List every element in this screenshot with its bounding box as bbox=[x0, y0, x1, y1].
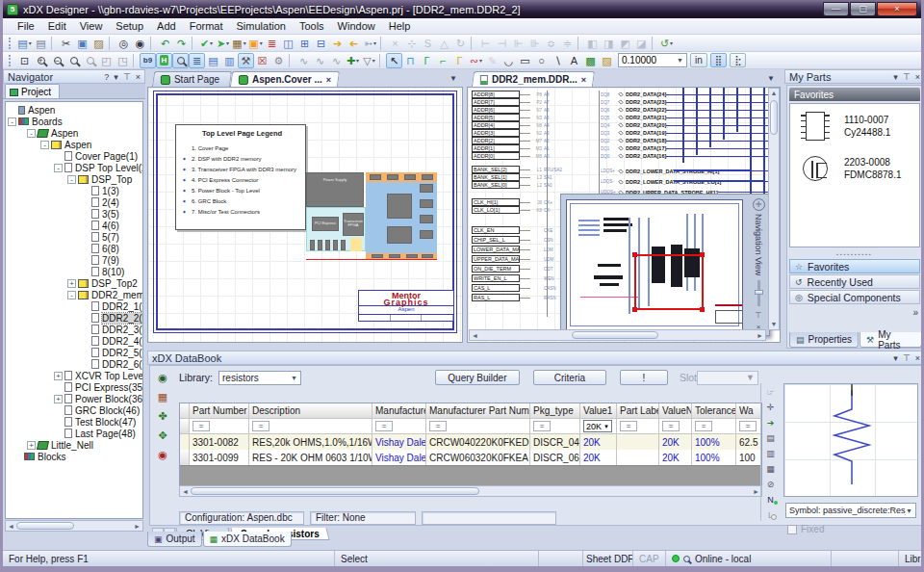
pan-next-icon[interactable]: ◳ bbox=[115, 53, 131, 68]
db-verify-icon[interactable]: ◉ bbox=[158, 449, 167, 461]
net-row[interactable]: ADDR[6] N7 A6 bbox=[472, 106, 579, 114]
db-place-symbol-icon[interactable]: ✥ bbox=[158, 429, 167, 442]
net-row[interactable]: BANK_SEL[1] L3 SA1 bbox=[472, 173, 579, 181]
column-header[interactable]: Pkg_type bbox=[530, 403, 580, 419]
toolbar-icon[interactable] bbox=[289, 54, 294, 67]
slot-select[interactable]: ▼ bbox=[697, 371, 758, 385]
scroll-right-icon[interactable]: ► bbox=[132, 523, 142, 530]
tree-item[interactable]: - DSP_Top bbox=[6, 173, 142, 185]
delete-icon[interactable]: × bbox=[387, 36, 403, 51]
pin-icon[interactable]: ⊤ bbox=[903, 72, 911, 82]
document-tab[interactable]: DDR2_mem.DDR... × bbox=[472, 71, 595, 87]
menu-item[interactable]: View bbox=[73, 19, 110, 33]
criteria-button[interactable]: Criteria bbox=[533, 370, 606, 385]
chevron-down-icon[interactable]: ▾ bbox=[114, 72, 118, 82]
sheet-icon[interactable]: ▤ bbox=[205, 53, 221, 68]
pane-hscrollbar[interactable]: ◄ ► bbox=[469, 329, 766, 341]
pane-vscrollbar[interactable]: ▲ ▼ bbox=[768, 88, 780, 330]
column-header[interactable]: Manufacturer bbox=[372, 403, 426, 419]
net-row[interactable]: BANK_SEL[0] L2 SA0 bbox=[472, 181, 579, 189]
table-row[interactable]: 3301-0099RES - 20K OHM 0603 1/10W 1% Vis… bbox=[180, 450, 761, 465]
part-lister-icon[interactable]: ⚙ bbox=[270, 53, 287, 68]
zoom-slider[interactable] bbox=[757, 280, 760, 306]
view-sheet-button[interactable]: ⊟ bbox=[313, 36, 329, 51]
document-tab[interactable]: Aspen.Cover ... × bbox=[230, 71, 340, 87]
navigation-thumbnail[interactable] bbox=[566, 199, 743, 330]
toolbar-icon[interactable] bbox=[192, 37, 196, 50]
tree-expander[interactable] bbox=[81, 360, 90, 369]
cross-probe-icon[interactable]: ☒ bbox=[254, 53, 270, 68]
checkbox-icon[interactable] bbox=[787, 525, 797, 534]
navigator-hscrollbar[interactable]: ◄ ► bbox=[5, 520, 143, 532]
maximize-button[interactable]: ▢ bbox=[850, 2, 876, 16]
panel-splitter[interactable]: ▪▪▪▪▪▪▪▪▪▪ bbox=[789, 251, 920, 257]
scroll-right-icon[interactable]: ► bbox=[755, 332, 765, 339]
import-button[interactable]: ➔ bbox=[346, 36, 362, 51]
filter-operator[interactable]: = bbox=[252, 421, 270, 431]
net-icon[interactable]: ⌐ bbox=[435, 53, 451, 68]
toolbar-grip[interactable] bbox=[9, 55, 13, 66]
tree-expander[interactable]: + bbox=[54, 395, 63, 403]
history-button[interactable]: ↺ bbox=[658, 36, 675, 51]
legend-item[interactable]: ➧ 3. Transceiver FPGA with DDR3 memory bbox=[182, 165, 302, 173]
close-icon[interactable]: × bbox=[915, 353, 920, 363]
menu-item[interactable]: Tools bbox=[293, 19, 331, 33]
circle-icon[interactable]: ○ bbox=[533, 53, 550, 68]
net1-icon[interactable]: ∿ bbox=[295, 53, 312, 68]
net-row[interactable]: ADDR[5] N3 A5 bbox=[472, 114, 579, 121]
select-cursor-icon[interactable]: ↖ bbox=[386, 53, 402, 68]
value1-filter-combobox[interactable]: 20K▼ bbox=[583, 420, 612, 432]
tree-expander[interactable]: - bbox=[67, 291, 76, 299]
toolbar-icon[interactable] bbox=[150, 37, 155, 50]
tree-item[interactable]: - Aspen bbox=[6, 127, 142, 139]
view-grid-button[interactable]: ⊞ bbox=[296, 36, 313, 51]
exclamation-button[interactable]: ! bbox=[620, 370, 668, 385]
tree-item[interactable]: + Power Block(36) bbox=[6, 393, 142, 404]
tree-expander[interactable]: + bbox=[67, 279, 76, 288]
tree-item[interactable]: DDR2_5(23) bbox=[6, 347, 142, 358]
group-icon[interactable]: ◩ bbox=[617, 36, 633, 51]
tree-expander[interactable] bbox=[54, 152, 63, 161]
filter-icon[interactable]: ▽ bbox=[361, 53, 377, 68]
zoom-area-icon[interactable] bbox=[65, 53, 82, 68]
legend-item[interactable]: ➧ 7. Misc/or Test Connectors bbox=[182, 207, 302, 216]
legend-item[interactable]: ➧ 5. Power Block - Top Level bbox=[182, 186, 302, 195]
scroll-thumb[interactable] bbox=[191, 487, 479, 495]
back-annotate-button[interactable]: ≣ bbox=[264, 36, 280, 51]
copy-button[interactable]: ▣ bbox=[74, 36, 90, 51]
tree-expander[interactable] bbox=[81, 245, 90, 253]
navigator-header[interactable]: Navigator ? ▾ ⊤ × bbox=[3, 69, 145, 84]
toolbar-icon[interactable] bbox=[380, 37, 385, 50]
my-parts-section[interactable]: ◎ Special Components bbox=[789, 290, 920, 304]
tree-item[interactable]: 7(9) bbox=[6, 254, 142, 266]
view-window-button[interactable]: ◫ bbox=[280, 36, 296, 51]
legend-item[interactable]: ➧ 4. PCI Express Connector bbox=[182, 175, 302, 184]
tree-item[interactable]: DDR2_6(24) bbox=[6, 358, 142, 370]
toolbar-icon[interactable] bbox=[471, 37, 475, 50]
close-icon[interactable]: × bbox=[915, 72, 920, 82]
units-button[interactable]: in bbox=[690, 53, 707, 67]
scroll-thumb[interactable] bbox=[16, 522, 74, 530]
panel-tab[interactable]: ⚒ My Parts bbox=[860, 332, 922, 348]
tree-expander[interactable]: - bbox=[27, 129, 36, 138]
tree-item[interactable]: Cover Page(1) bbox=[6, 150, 142, 162]
connection-icon[interactable]: ⊓ bbox=[402, 53, 419, 68]
db-hand-icon[interactable]: ☞ bbox=[766, 387, 774, 397]
tree-item[interactable]: + XCVR Top Level(25) bbox=[6, 370, 142, 381]
send-back-icon[interactable]: ◨ bbox=[601, 36, 617, 51]
tree-expander[interactable] bbox=[81, 325, 90, 334]
cover-page-canvas[interactable]: Top Level Page Legend ➧ 1. Cover Page ➧ … bbox=[147, 87, 463, 343]
scroll-thumb[interactable] bbox=[572, 331, 658, 339]
tab-list-chevron-icon[interactable]: ▼ bbox=[767, 74, 775, 83]
more-chevron-icon[interactable]: » bbox=[912, 307, 918, 318]
tree-item[interactable]: DDR2_1(19) bbox=[6, 300, 142, 312]
tree-item[interactable]: DDR2_3(21) bbox=[6, 324, 142, 335]
databook-header[interactable]: xDX DataBook ▾ ⊤ × bbox=[147, 351, 924, 365]
scroll-thumb[interactable] bbox=[770, 100, 778, 135]
tree-expander[interactable] bbox=[54, 418, 63, 427]
tree-expander[interactable]: - bbox=[67, 175, 76, 184]
menu-item[interactable]: Add bbox=[150, 19, 183, 33]
menu-item[interactable]: Window bbox=[331, 19, 382, 33]
tree-expander[interactable] bbox=[54, 429, 63, 438]
space-evenly-icon[interactable]: ≑ bbox=[559, 36, 576, 51]
